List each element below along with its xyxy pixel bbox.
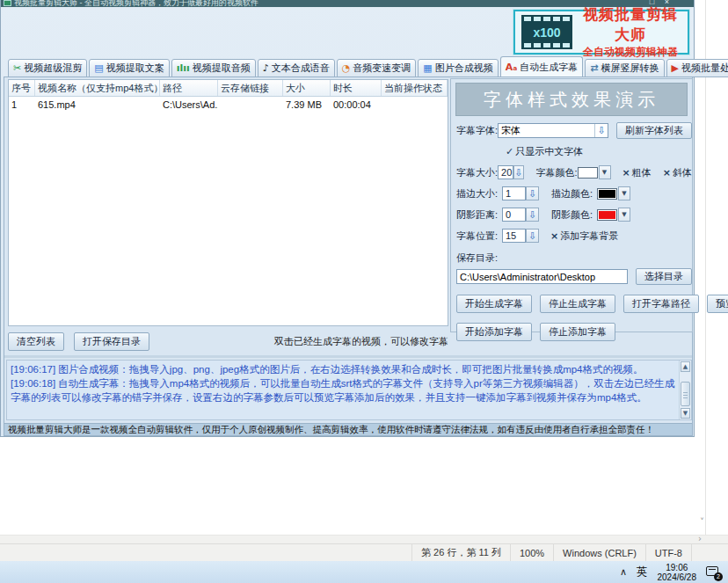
column-header[interactable]: 大小 xyxy=(283,80,331,96)
tab-label: 视频提取文案 xyxy=(106,62,164,75)
tab-label: 横屏竖屏转换 xyxy=(601,62,659,75)
refresh-font-list-button[interactable]: 刷新字体列表 xyxy=(616,122,692,139)
log-scrollbar[interactable]: ▲ ▼ xyxy=(679,361,691,419)
tab-audio-speed-pitch[interactable]: ◔音频变速变调 xyxy=(337,59,417,77)
scroll-down-icon[interactable]: ▼ xyxy=(681,408,690,419)
shadow-distance-input[interactable]: 0 xyxy=(502,208,526,222)
column-header[interactable]: 当前操作状态 xyxy=(382,80,448,96)
column-header[interactable]: 视频名称（仅支持mp4格式） xyxy=(35,80,160,96)
column-header[interactable]: 路径 xyxy=(160,80,218,96)
add-subtitle-background-label: 添加字幕背景 xyxy=(560,230,618,243)
tab-video-batch[interactable]: ▶视频批量处理 xyxy=(666,59,728,77)
subtitle-size-row: 字幕大小:20⇩字幕颜色:▼×粗体×斜体 xyxy=(456,165,692,179)
font-style-preview: 字体样式效果演示 xyxy=(455,83,688,116)
splitter[interactable] xyxy=(4,355,692,358)
app-icon xyxy=(4,0,11,6)
tray-expand-icon[interactable]: ∧ xyxy=(620,566,627,578)
tab-label: 文本合成语音 xyxy=(272,62,330,75)
spin-down-icon[interactable]: ⇩ xyxy=(526,229,539,243)
notification-badge: 2 xyxy=(714,572,723,581)
image-icon: ▦ xyxy=(423,62,432,74)
table-header-row: 序号视频名称（仅支持mp4格式）路径云存储链接大小时长当前操作状态 xyxy=(9,80,448,97)
subtitle-font-input[interactable] xyxy=(499,124,594,137)
document-icon: ▤ xyxy=(94,62,103,74)
shadow-color-dropdown[interactable]: ▼ xyxy=(597,208,630,222)
notification-center-icon[interactable]: 2 xyxy=(706,566,721,579)
add-subtitle-background-checkbox[interactable]: ×添加字幕背景 xyxy=(550,230,618,243)
column-header[interactable]: 云存储链接 xyxy=(218,80,283,96)
spin-down-icon[interactable]: ⇩ xyxy=(526,208,539,222)
spin-down-icon[interactable]: ⇩ xyxy=(513,165,523,179)
tab-extract-audio[interactable]: ılıı视频提取音频 xyxy=(171,59,256,77)
tab-auto-subtitle[interactable]: Aₐ自动生成字幕 xyxy=(500,56,584,77)
subtitle-color-dropdown[interactable]: ▼ xyxy=(578,165,611,179)
subtitle-color-label: 字幕颜色: xyxy=(536,166,578,179)
log-line: [19:06:18] 自动生成字幕：拖拽导入mp4格式的视频后，可以批量自动生成… xyxy=(11,376,675,404)
table-cell: 7.39 MB xyxy=(283,99,331,110)
tab-screen-rotate[interactable]: ⇄横屏竖屏转换 xyxy=(585,59,664,77)
microphone-icon: ♪ xyxy=(263,62,269,74)
status-line-ending: Windows (CRLF) xyxy=(553,544,645,561)
table-row[interactable]: 1615.mp4C:\Users\Ad...7.39 MB00:00:04 xyxy=(9,97,448,112)
start-generate-subtitle-button[interactable]: 开始生成字幕 xyxy=(456,295,532,313)
select-directory-button[interactable]: 选择目录 xyxy=(636,268,692,285)
bold-checkbox[interactable]: ×粗体 xyxy=(622,166,652,179)
background-horizontal-scrollbar[interactable]: › xyxy=(0,535,728,543)
scroll-thumb[interactable] xyxy=(681,382,690,406)
save-directory-input[interactable] xyxy=(456,269,628,284)
disclaimer-bar: 视频批量剪辑大师是一款视频全自动剪辑软件，仅用于个人原创视频制作、提高剪辑效率，… xyxy=(4,424,693,436)
speed-dial-icon: ◔ xyxy=(342,62,351,74)
clear-list-button[interactable]: 清空列表 xyxy=(8,332,64,351)
tab-label: 音频变速变调 xyxy=(353,62,411,75)
stroke-color-swatch xyxy=(597,188,617,200)
save-directory-label: 保存目录: xyxy=(456,251,692,265)
status-encoding: UTF-8 xyxy=(645,544,691,561)
tab-image-to-video[interactable]: ▦图片合成视频 xyxy=(418,59,498,77)
app-logo: x100 视频批量剪辑大师 全自动视频剪辑神器 xyxy=(513,9,690,55)
subtitle-size-label: 字幕大小: xyxy=(456,166,498,179)
dropdown-arrow-icon[interactable]: ▼ xyxy=(618,186,630,200)
screen-rotate-icon: ⇄ xyxy=(590,62,598,74)
column-header[interactable]: 序号 xyxy=(9,80,35,96)
background-scroll-down-icon[interactable]: ˅ xyxy=(700,517,704,527)
subtitle-position-row: 字幕位置:15⇩×添加字幕背景 xyxy=(456,229,692,243)
tab-video-super-mix[interactable]: ✂视频超级混剪 xyxy=(8,59,87,77)
cross-icon: × xyxy=(550,230,558,242)
scroll-up-icon[interactable]: ▲ xyxy=(681,361,690,372)
start-add-subtitle-button[interactable]: 开始添加字幕 xyxy=(456,323,532,341)
spin-down-icon[interactable]: ⇩ xyxy=(526,186,539,200)
dropdown-arrow-icon[interactable]: ⇩ xyxy=(594,124,608,137)
dropdown-arrow-icon[interactable]: ▼ xyxy=(618,208,630,222)
stroke-size-label: 描边大小: xyxy=(456,187,502,200)
chinese-font-only-checkbox[interactable]: ✓ 只显示中文字体 xyxy=(506,145,583,158)
taskbar-time: 19:06 xyxy=(658,563,697,572)
column-header[interactable]: 时长 xyxy=(331,80,382,96)
waveform-icon: ılıı xyxy=(177,62,190,74)
subtitle-size-input[interactable]: 20 xyxy=(498,165,513,179)
subtitle-font-label: 字幕字体: xyxy=(456,124,498,137)
tab-extract-text[interactable]: ▤视频提取文案 xyxy=(89,59,169,77)
background-scroll-right-icon[interactable]: › xyxy=(698,534,702,543)
open-subtitle-path-button[interactable]: 打开字幕路径 xyxy=(623,295,699,313)
dropdown-arrow-icon[interactable]: ▼ xyxy=(599,165,611,179)
subtitle-font-dropdown[interactable]: ⇩ xyxy=(498,123,608,138)
main-content-frame: 序号视频名称（仅支持mp4格式）路径云存储链接大小时长当前操作状态 1615.m… xyxy=(4,77,693,424)
stroke-size-input[interactable]: 1 xyxy=(502,186,526,200)
ime-indicator[interactable]: 英 xyxy=(637,565,648,579)
italic-checkbox[interactable]: ×斜体 xyxy=(663,166,692,179)
open-save-directory-button[interactable]: 打开保存目录 xyxy=(74,332,149,351)
subtitle-color-swatch xyxy=(578,167,598,179)
table-cell: 00:00:04 xyxy=(331,99,382,110)
chinese-font-only-label: 只显示中文字体 xyxy=(515,145,583,158)
tab-text-to-speech[interactable]: ♪文本合成语音 xyxy=(258,59,335,77)
background-window-edge xyxy=(705,0,706,536)
film-strip-icon: x100 xyxy=(521,15,572,49)
status-cursor-position: 第 26 行，第 11 列 xyxy=(411,544,510,561)
stroke-color-dropdown[interactable]: ▼ xyxy=(597,186,630,200)
taskbar-clock[interactable]: 19:06 2024/6/28 xyxy=(658,563,697,582)
stop-add-subtitle-button[interactable]: 停止添加字幕 xyxy=(540,323,615,341)
bold-label: 粗体 xyxy=(632,166,652,179)
preview-subtitle-effect-button[interactable]: 预览字幕效果 xyxy=(707,295,728,313)
stop-generate-subtitle-button[interactable]: 停止生成字幕 xyxy=(540,295,615,313)
subtitle-position-input[interactable]: 15 xyxy=(502,229,526,243)
